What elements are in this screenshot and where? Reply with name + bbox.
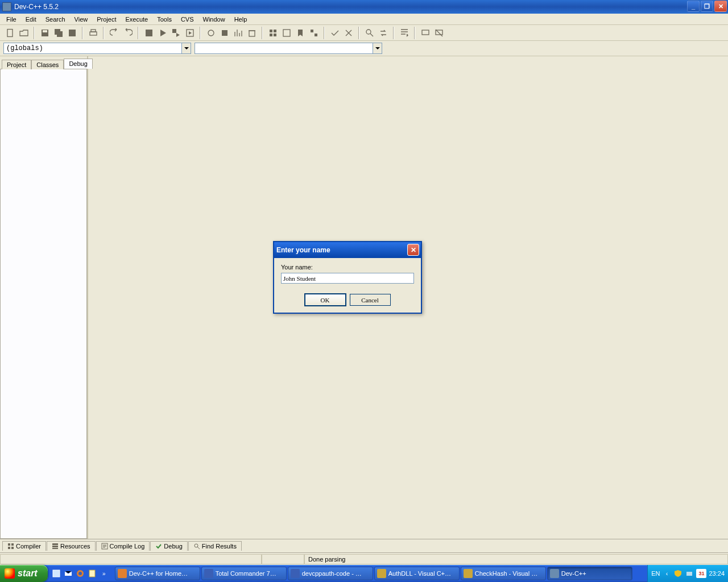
menu-search[interactable]: Search — [42, 15, 69, 24]
task-icon — [291, 569, 300, 578]
menu-file[interactable]: File — [2, 15, 20, 24]
language-indicator[interactable]: EN — [651, 570, 660, 577]
task-item[interactable]: Total Commander 7… — [201, 567, 287, 580]
task-icon — [118, 569, 127, 578]
side-panel-content — [0, 69, 87, 539]
replace-icon[interactable] — [377, 26, 390, 39]
svg-rect-38 — [686, 572, 692, 576]
status-cell-2 — [262, 554, 304, 564]
svg-rect-20 — [315, 34, 317, 36]
minimize-button[interactable]: _ — [687, 1, 700, 12]
new-class-icon[interactable] — [266, 26, 279, 39]
save-icon[interactable] — [38, 26, 51, 39]
windows-taskbar: start » Dev-C++ for Home… Total Commande… — [0, 565, 728, 582]
undo-icon[interactable] — [107, 26, 121, 39]
goto-bookmark-icon[interactable] — [307, 26, 320, 39]
outlook-icon[interactable] — [63, 568, 73, 579]
windows-logo-icon — [5, 568, 15, 579]
btab-find-results[interactable]: Find Results — [188, 541, 242, 551]
rebuild-icon[interactable] — [183, 26, 196, 39]
find-icon[interactable] — [363, 26, 376, 39]
open-file-icon[interactable] — [17, 26, 30, 39]
svg-rect-0 — [7, 29, 13, 36]
status-cell-1 — [0, 554, 262, 564]
menu-project[interactable]: Project — [93, 15, 120, 24]
compile-run-icon[interactable] — [169, 26, 183, 39]
chevron-down-icon[interactable] — [181, 43, 191, 53]
tab-project[interactable]: Project — [2, 60, 31, 69]
cancel-x-icon[interactable] — [342, 26, 355, 39]
compile-icon[interactable] — [142, 26, 155, 39]
task-icon — [204, 569, 213, 578]
tray-chevron-icon[interactable]: ‹ — [662, 569, 671, 578]
taskbar-items: Dev-C++ for Home… Total Commander 7… dev… — [113, 567, 648, 580]
goto-line-icon[interactable] — [398, 26, 411, 39]
firefox-icon[interactable] — [75, 568, 85, 579]
comment-icon[interactable] — [419, 26, 432, 39]
check-icon[interactable] — [328, 26, 341, 39]
task-item[interactable]: AuthDLL - Visual C+… — [374, 567, 460, 580]
tray-shield-icon[interactable] — [673, 569, 682, 578]
menu-execute[interactable]: Execute — [121, 15, 152, 24]
svg-rect-24 — [8, 543, 10, 546]
quick-launch-chevron-icon[interactable]: » — [99, 568, 109, 579]
save-all-icon[interactable] — [52, 26, 65, 39]
chevron-down-icon[interactable] — [373, 43, 382, 53]
dialog-close-button[interactable]: ✕ — [407, 244, 419, 256]
btab-resources[interactable]: Resources — [47, 541, 96, 551]
member-combo[interactable] — [195, 43, 382, 54]
tray-clock[interactable]: 23:24 — [709, 570, 725, 577]
tray-network-icon[interactable] — [685, 569, 694, 578]
svg-rect-4 — [57, 31, 63, 37]
menu-tools[interactable]: Tools — [153, 15, 176, 24]
menu-help[interactable]: Help — [230, 15, 251, 24]
restore-button[interactable]: ❐ — [701, 1, 713, 12]
menu-window[interactable]: Window — [199, 15, 229, 24]
btab-compiler[interactable]: Compiler — [2, 541, 46, 551]
svg-rect-29 — [52, 546, 58, 547]
redo-icon[interactable] — [121, 26, 134, 39]
profile-icon[interactable] — [231, 26, 245, 39]
ok-button[interactable]: OK — [305, 294, 346, 306]
task-icon — [377, 569, 386, 578]
menu-edit[interactable]: Edit — [22, 15, 40, 24]
task-item[interactable]: devcppauth-code - … — [288, 567, 373, 580]
show-desktop-icon[interactable] — [51, 568, 61, 579]
task-item[interactable]: Dev-C++ — [547, 567, 632, 580]
status-message: Done parsing — [304, 554, 728, 564]
svg-rect-6 — [90, 32, 97, 35]
name-input[interactable] — [281, 273, 414, 284]
scope-combo[interactable]: (globals) — [3, 43, 191, 54]
insert-icon[interactable] — [280, 26, 293, 39]
svg-rect-16 — [270, 34, 272, 36]
task-item[interactable]: CheckHash - Visual … — [461, 567, 546, 580]
start-button[interactable]: start — [0, 565, 48, 582]
menu-cvs[interactable]: CVS — [177, 15, 198, 24]
tab-classes[interactable]: Classes — [31, 60, 64, 69]
delete-profile-icon[interactable] — [245, 26, 258, 39]
svg-rect-7 — [91, 30, 96, 32]
tray-calendar-icon[interactable]: 31 — [696, 569, 706, 578]
menu-view[interactable]: View — [71, 15, 92, 24]
notepad-icon[interactable] — [87, 568, 97, 579]
svg-rect-5 — [69, 30, 76, 36]
toggle-bookmark-icon[interactable] — [293, 26, 307, 39]
print-icon[interactable] — [86, 26, 100, 39]
svg-rect-18 — [283, 30, 290, 36]
app-icon — [2, 2, 11, 11]
close-button[interactable]: ✕ — [714, 1, 727, 12]
save-as-icon[interactable] — [65, 26, 78, 39]
cancel-button[interactable]: Cancel — [350, 294, 391, 306]
stop-icon[interactable] — [218, 26, 231, 39]
svg-rect-2 — [43, 30, 47, 32]
btab-debug[interactable]: Debug — [150, 541, 187, 551]
btab-compile-log[interactable]: Compile Log — [96, 541, 150, 551]
svg-rect-30 — [52, 548, 58, 549]
task-item[interactable]: Dev-C++ for Home… — [115, 567, 200, 580]
new-file-icon[interactable] — [3, 26, 16, 39]
run-icon[interactable] — [156, 26, 169, 39]
tab-debug[interactable]: Debug — [64, 59, 92, 69]
debug-icon[interactable] — [204, 26, 217, 39]
svg-rect-28 — [52, 543, 58, 545]
uncomment-icon[interactable] — [432, 26, 445, 39]
